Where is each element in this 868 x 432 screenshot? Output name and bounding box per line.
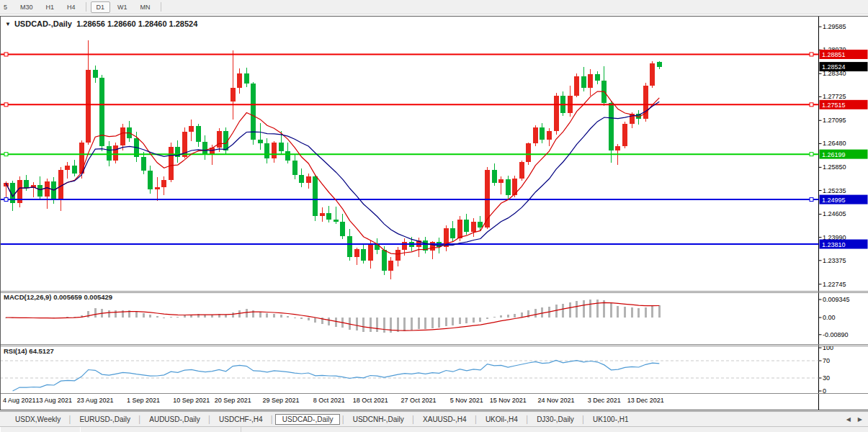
macd-histogram-bar bbox=[362, 318, 364, 332]
timeframe-button-mn[interactable]: MN bbox=[135, 1, 156, 13]
candle-up bbox=[547, 131, 552, 140]
candle-down bbox=[279, 143, 284, 151]
candle-up bbox=[237, 73, 242, 88]
price-axis-label: 1.27725 bbox=[823, 93, 846, 100]
macd-histogram-bar bbox=[459, 318, 461, 324]
candle-down bbox=[99, 78, 104, 146]
macd-axis-label: -0.00890 bbox=[823, 331, 849, 338]
macd-histogram-bar bbox=[328, 318, 330, 325]
tab-usdx-weekly[interactable]: USDX,Weekly bbox=[9, 414, 67, 425]
hline-handle[interactable] bbox=[810, 153, 813, 156]
tab-scroll-arrows: ◀ ▶ bbox=[846, 416, 868, 423]
price-chart[interactable]: 1.295851.289701.283401.277251.270951.264… bbox=[0, 16, 868, 410]
price-tag-pivot-green: 1.26199 bbox=[822, 151, 846, 158]
macd-histogram-bar bbox=[465, 318, 467, 323]
macd-histogram-bar bbox=[170, 317, 172, 318]
date-axis-label: 13 Aug 2021 bbox=[36, 397, 73, 404]
macd-histogram-bar bbox=[294, 318, 296, 318]
status-bar bbox=[0, 426, 868, 432]
macd-histogram-bar bbox=[445, 318, 447, 326]
macd-histogram-bar bbox=[287, 316, 289, 318]
date-axis-label: 4 Aug 2021 bbox=[3, 397, 36, 404]
candle-up bbox=[588, 74, 593, 88]
tab-separator: │ bbox=[473, 415, 479, 423]
macd-histogram-bar bbox=[232, 312, 234, 318]
tab-xauusd-h4[interactable]: XAUUSD-,H4 bbox=[416, 414, 473, 425]
candle-down bbox=[492, 170, 497, 183]
price-tag-support-2: 1.23810 bbox=[822, 241, 846, 248]
candle-down bbox=[285, 151, 290, 161]
macd-histogram-bar bbox=[610, 303, 612, 318]
date-axis-label: 24 Nov 2021 bbox=[537, 397, 574, 404]
candle-up bbox=[554, 96, 559, 132]
macd-histogram-bar bbox=[300, 318, 303, 319]
tab-uk100-h1[interactable]: UK100-,H1 bbox=[586, 414, 635, 425]
macd-histogram-bar bbox=[569, 302, 571, 318]
hline-handle[interactable] bbox=[810, 103, 813, 107]
timeframe-button-d1[interactable]: D1 bbox=[91, 1, 111, 13]
tab-scroll-right-icon[interactable]: ▶ bbox=[858, 416, 862, 423]
hline-handle[interactable] bbox=[4, 153, 8, 156]
macd-histogram-bar bbox=[424, 318, 426, 329]
hline-handle[interactable] bbox=[4, 103, 8, 107]
tab-scroll-left-icon[interactable]: ◀ bbox=[846, 416, 851, 423]
tab-separator: │ bbox=[67, 415, 73, 423]
date-axis-label: 29 Sep 2021 bbox=[262, 397, 299, 404]
timeframe-button-h1[interactable]: H1 bbox=[40, 1, 61, 13]
price-axis-label: 1.25850 bbox=[823, 163, 846, 171]
tab-usdcnh-daily[interactable]: USDCNH-,Daily bbox=[346, 414, 411, 425]
hline-handle[interactable] bbox=[810, 198, 813, 202]
hline-handle[interactable] bbox=[4, 198, 8, 202]
macd-histogram-bar bbox=[246, 309, 248, 318]
macd-histogram-bar bbox=[493, 317, 496, 318]
candle-down bbox=[478, 222, 483, 228]
macd-histogram-bar bbox=[122, 310, 124, 318]
macd-histogram-bar bbox=[562, 304, 564, 318]
candle-up bbox=[402, 242, 407, 249]
candle-down bbox=[464, 220, 469, 232]
timeframe-button-5[interactable]: 5 bbox=[0, 1, 13, 13]
hline-handle[interactable] bbox=[810, 53, 813, 56]
tab-audusd-daily[interactable]: AUDUSD-,Daily bbox=[143, 414, 207, 425]
macd-histogram-bar bbox=[376, 318, 378, 332]
trading-platform-window: 5M30H1H4D1W1MN 1.295851.289701.283401.27… bbox=[0, 0, 868, 432]
candle-up bbox=[498, 179, 504, 183]
candle-up bbox=[533, 127, 538, 143]
tab-separator: │ bbox=[411, 415, 416, 423]
macd-histogram-bar bbox=[486, 318, 488, 319]
hline-handle[interactable] bbox=[4, 53, 8, 56]
candle-down bbox=[264, 143, 269, 158]
date-axis-label: 20 Sep 2021 bbox=[215, 397, 251, 404]
tab-eurusd-daily[interactable]: EURUSD-,Daily bbox=[73, 414, 137, 425]
tab-ukoil-h4[interactable]: UKOil-,H4 bbox=[479, 414, 524, 425]
candle-up bbox=[306, 176, 311, 183]
candle-up bbox=[161, 180, 166, 187]
candle-down bbox=[506, 179, 511, 195]
timeframe-button-w1[interactable]: W1 bbox=[112, 1, 133, 13]
tab-usdcad-daily[interactable]: USDCAD-,Daily bbox=[275, 414, 341, 425]
macd-histogram-bar bbox=[143, 313, 145, 318]
macd-histogram-bar bbox=[658, 305, 661, 318]
macd-histogram-bar bbox=[438, 318, 440, 328]
candle-down bbox=[37, 185, 42, 197]
candle-up bbox=[86, 70, 91, 143]
timeframe-button-m30[interactable]: M30 bbox=[14, 1, 39, 13]
tab-dj30-daily[interactable]: DJ30-,Daily bbox=[530, 414, 581, 425]
macd-histogram-bar bbox=[624, 307, 626, 318]
rsi-axis-label: 100 bbox=[823, 344, 833, 351]
macd-histogram-bar bbox=[266, 313, 268, 318]
candle-down bbox=[202, 142, 207, 155]
candle-down bbox=[361, 249, 366, 261]
candle-down bbox=[334, 220, 339, 222]
timeframe-toolbar: 5M30H1H4D1W1MN bbox=[0, 0, 868, 14]
macd-histogram-bar bbox=[94, 308, 97, 318]
candle-up bbox=[388, 261, 393, 271]
date-axis-label: 13 Dec 2021 bbox=[627, 397, 664, 404]
macd-histogram-bar bbox=[431, 318, 434, 328]
price-axis-label: 1.29585 bbox=[823, 23, 846, 30]
macd-histogram-bar bbox=[473, 318, 475, 323]
macd-histogram-bar bbox=[534, 309, 537, 318]
tab-separator: │ bbox=[524, 415, 530, 423]
tab-usdchf-h4[interactable]: USDCHF-,H4 bbox=[212, 414, 269, 425]
timeframe-button-h4[interactable]: H4 bbox=[61, 1, 81, 13]
